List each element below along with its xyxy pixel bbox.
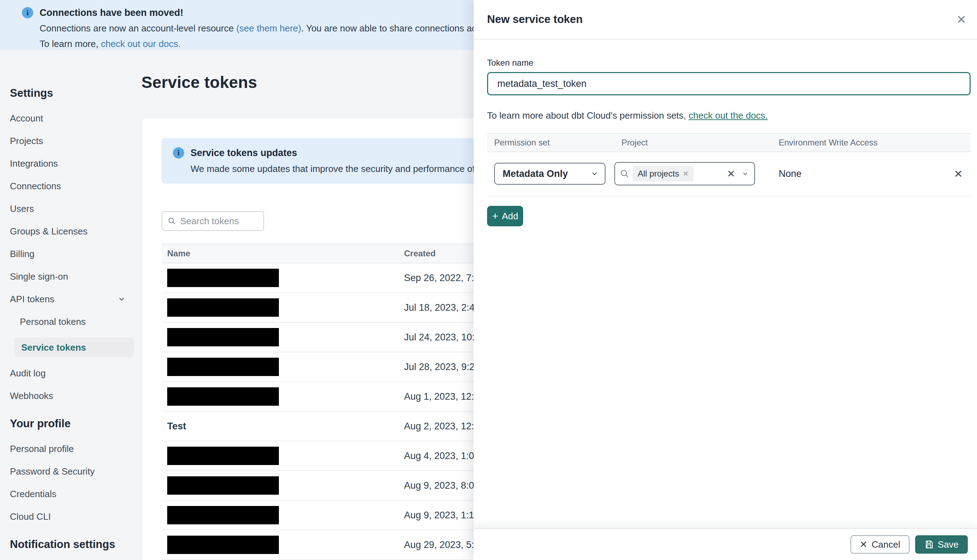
- info-icon: i: [22, 7, 33, 18]
- permission-sets-helper: To learn more about dbt Cloud's permissi…: [487, 110, 970, 121]
- token-name-cell: [162, 476, 404, 495]
- search-icon: [620, 169, 629, 178]
- sidebar-item-label: Service tokens: [21, 342, 86, 353]
- redacted-token-name: [167, 358, 279, 376]
- sidebar-item-users[interactable]: Users: [10, 203, 134, 214]
- sidebar-item-label: Credentials: [10, 489, 57, 499]
- redacted-token-name: [167, 269, 279, 287]
- sidebar-item-label: Groups & Licenses: [10, 226, 88, 237]
- banner-line3-text: To learn more,: [40, 38, 101, 49]
- sidebar-heading-settings: Settings: [10, 87, 141, 100]
- sidebar-item-account[interactable]: Account: [10, 113, 134, 123]
- cancel-button-label: Cancel: [872, 539, 900, 550]
- token-name-cell: [162, 506, 404, 524]
- redacted-token-name: [167, 387, 279, 406]
- redacted-token-name: [167, 447, 279, 465]
- sidebar-item-personal-profile[interactable]: Personal profile: [10, 443, 134, 454]
- sidebar-item-audit-log[interactable]: Audit log: [10, 368, 134, 378]
- sidebar-item-label: Account: [10, 113, 43, 123]
- settings-sidebar: SettingsAccountProjectsIntegrationsConne…: [0, 50, 141, 560]
- column-header-name: Name: [162, 248, 404, 258]
- all-projects-chip[interactable]: All projects✕: [633, 166, 694, 182]
- close-icon: ✕: [860, 539, 867, 550]
- sidebar-item-single-sign-on[interactable]: Single sign-on: [10, 271, 134, 282]
- drawer-header: New service token ✕: [473, 0, 977, 40]
- token-name-label: Token name: [487, 58, 970, 68]
- sidebar-item-label: Users: [10, 203, 34, 214]
- check-docs-link[interactable]: check out our docs.: [101, 38, 180, 49]
- drawer-title: New service token: [487, 13, 583, 26]
- save-icon: [924, 540, 934, 549]
- sidebar-item-label: Projects: [10, 136, 43, 146]
- sidebar-item-credentials[interactable]: Credentials: [10, 489, 134, 499]
- search-tokens-input[interactable]: [180, 216, 258, 227]
- sidebar-item-connections[interactable]: Connections: [10, 181, 134, 192]
- token-name-cell: Test: [162, 421, 404, 432]
- sidebar-item-password-security[interactable]: Password & Security: [10, 466, 134, 477]
- sidebar-item-label: Webhooks: [10, 390, 53, 401]
- sidebar-heading-your-profile: Your profile: [10, 417, 141, 430]
- sidebar-item-billing[interactable]: Billing: [10, 248, 134, 259]
- sidebar-item-label: Single sign-on: [10, 271, 68, 282]
- token-name-cell: [162, 447, 404, 465]
- sidebar-item-label: Audit log: [10, 368, 45, 378]
- permission-set-value: Metadata Only: [503, 168, 568, 179]
- sidebar-heading-notification-settings: Notification settings: [10, 538, 141, 551]
- token-name-cell: [162, 269, 404, 287]
- token-name-cell: [162, 298, 404, 317]
- close-icon[interactable]: ✕: [957, 13, 967, 25]
- remove-row-icon[interactable]: ✕: [946, 168, 970, 180]
- banner-line2-text: Connections are now an account-level res…: [40, 23, 236, 33]
- redacted-token-name: [167, 328, 279, 347]
- sidebar-item-label: Integrations: [10, 158, 58, 169]
- drawer-body: Token name To learn more about dbt Cloud…: [473, 40, 977, 528]
- permission-docs-link[interactable]: check out the docs.: [689, 110, 768, 121]
- updates-banner-title: Service tokens updates: [191, 148, 297, 158]
- column-header-project: Project: [614, 138, 772, 148]
- chevron-down-icon: [741, 170, 749, 177]
- add-permission-button[interactable]: + Add: [487, 206, 523, 226]
- sidebar-item-label: API tokens: [10, 294, 54, 304]
- sidebar-item-groups-licenses[interactable]: Groups & Licenses: [10, 226, 134, 237]
- redacted-token-name: [167, 298, 279, 317]
- sidebar-item-personal-tokens[interactable]: Personal tokens: [20, 317, 134, 327]
- sidebar-item-label: Personal tokens: [20, 317, 85, 327]
- sidebar-item-label: Billing: [10, 248, 34, 259]
- helper-text: To learn more about dbt Cloud's permissi…: [487, 110, 689, 121]
- sidebar-item-webhooks[interactable]: Webhooks: [10, 390, 134, 401]
- save-button-label: Save: [938, 539, 959, 550]
- column-header-permission-set: Permission set: [487, 138, 614, 148]
- sidebar-item-projects[interactable]: Projects: [10, 136, 134, 146]
- search-tokens-box[interactable]: [162, 211, 264, 231]
- clear-selection-icon[interactable]: ✕: [727, 168, 735, 180]
- sidebar-item-integrations[interactable]: Integrations: [10, 158, 134, 169]
- column-header-env-write-access: Environment Write Access: [772, 138, 946, 148]
- chevron-down-icon: [591, 170, 599, 178]
- plus-icon: +: [492, 211, 499, 222]
- permissions-table-header: Permission set Project Environment Write…: [487, 133, 970, 152]
- token-name-cell: [162, 387, 404, 406]
- info-icon: i: [173, 147, 184, 158]
- project-multiselect[interactable]: All projects✕ ✕: [614, 162, 755, 185]
- token-name-cell: [162, 328, 404, 347]
- chevron-down-icon: [117, 295, 126, 303]
- app-window: i Connections have been moved! Connectio…: [0, 0, 977, 560]
- save-button[interactable]: Save: [915, 535, 968, 553]
- token-name-text: Test: [167, 421, 186, 432]
- add-button-label: Add: [502, 211, 518, 222]
- sidebar-item-label: Password & Security: [10, 466, 95, 477]
- banner-title: Connections have been moved!: [40, 7, 184, 18]
- sidebar-item-label: Cloud CLI: [10, 511, 51, 522]
- sidebar-item-api-tokens[interactable]: API tokens: [10, 294, 134, 304]
- sidebar-item-cloud-cli[interactable]: Cloud CLI: [10, 511, 134, 522]
- sidebar-item-label: Connections: [10, 181, 61, 192]
- token-name-cell: [162, 358, 404, 376]
- chip-remove-icon[interactable]: ✕: [683, 170, 689, 178]
- chip-label: All projects: [637, 169, 679, 179]
- cancel-button[interactable]: ✕ Cancel: [850, 535, 910, 553]
- see-them-here-link[interactable]: (see them here): [236, 23, 301, 33]
- permission-set-select[interactable]: Metadata Only: [494, 163, 606, 185]
- token-name-input[interactable]: [497, 78, 960, 89]
- permission-row: Metadata Only All projects✕ ✕: [487, 152, 970, 197]
- sidebar-item-service-tokens[interactable]: Service tokens: [14, 338, 134, 357]
